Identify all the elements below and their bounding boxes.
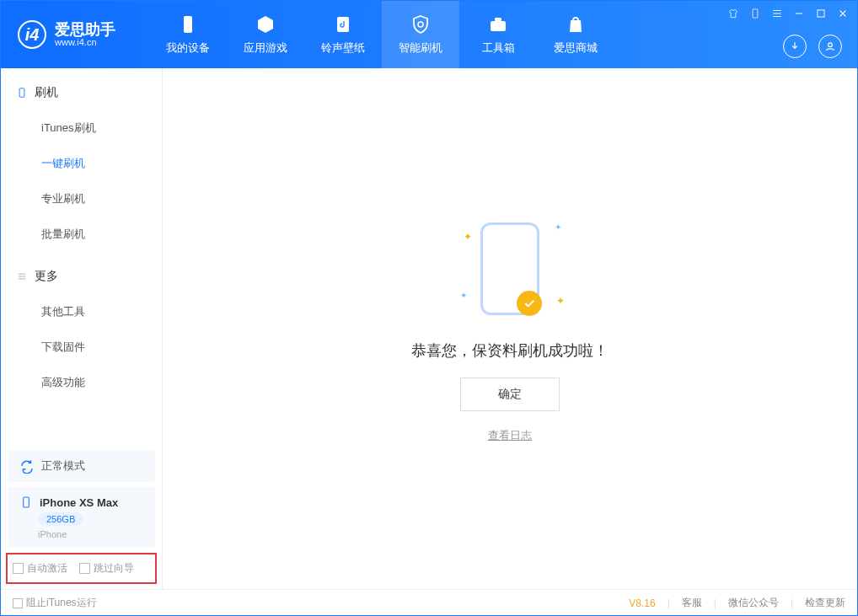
sidebar-item-download-firmware[interactable]: 下载固件 [1,329,162,365]
sidebar-item-batch-flash[interactable]: 批量刷机 [1,217,162,252]
highlighted-options: 自动激活 跳过向导 [6,553,157,584]
svg-rect-2 [491,21,506,31]
phone-icon[interactable] [749,8,761,19]
device-type: iPhone [38,529,67,539]
mode-status[interactable]: 正常模式 [8,450,155,482]
svg-rect-0 [184,16,192,33]
phone-device-icon [19,495,33,509]
footer-link-check-update[interactable]: 检查更新 [805,596,845,610]
ok-button[interactable]: 确定 [460,378,560,411]
svg-rect-4 [753,9,758,19]
tab-ringtones-wallpapers[interactable]: 铃声壁纸 [304,1,382,68]
sidebar-item-oneclick-flash[interactable]: 一键刷机 [1,146,162,181]
svg-rect-7 [19,88,24,98]
footer-link-support[interactable]: 客服 [682,596,702,610]
minimize-icon[interactable] [793,8,805,19]
sidebar-item-advanced[interactable]: 高级功能 [1,365,162,400]
shopping-bag-icon [565,13,587,35]
menu-icon[interactable] [771,8,783,19]
logo-icon: i4 [18,20,46,49]
svg-rect-8 [24,497,29,507]
device-icon [177,13,199,35]
user-icon[interactable] [818,35,842,58]
download-icon[interactable] [783,35,807,58]
svg-rect-3 [495,18,501,21]
success-illustration: ✦ ✦ ✦ ✦ [455,214,565,324]
sidebar-item-itunes-flash[interactable]: iTunes刷机 [1,110,162,146]
checkbox-block-itunes[interactable]: 阻止iTunes运行 [13,596,97,610]
view-log-link[interactable]: 查看日志 [488,428,532,443]
shield-refresh-icon [410,13,432,35]
sidebar-section-more: 更多 [1,264,162,294]
toolbox-icon [487,13,509,35]
cube-icon [255,13,276,35]
tab-apps-games[interactable]: 应用游戏 [227,1,304,68]
storage-badge: 256GB [38,512,83,526]
footer-link-wechat[interactable]: 微信公众号 [728,596,779,610]
version-label: V8.16 [629,597,655,609]
checkbox-skip-guide[interactable]: 跳过向导 [79,561,134,576]
success-message: 恭喜您，保资料刷机成功啦！ [411,340,609,361]
main-content: ✦ ✦ ✦ ✦ 恭喜您，保资料刷机成功啦！ 确定 查看日志 [163,68,857,589]
maximize-icon[interactable] [815,8,827,19]
refresh-icon [19,458,35,474]
phone-outline-icon [16,87,28,99]
logo[interactable]: i4 爱思助手 www.i4.cn [1,20,132,49]
app-url: www.i4.cn [55,37,115,47]
list-icon [16,271,28,282]
shirt-icon[interactable] [727,8,739,19]
sidebar-section-flash: 刷机 [1,80,162,110]
music-file-icon [332,13,354,35]
sidebar: 刷机 iTunes刷机 一键刷机 专业刷机 批量刷机 更多 其他工具 下载固件 … [1,68,163,589]
app-name: 爱思助手 [55,22,115,37]
sidebar-item-other-tools[interactable]: 其他工具 [1,294,162,329]
sidebar-item-pro-flash[interactable]: 专业刷机 [1,181,162,217]
footer: 阻止iTunes运行 V8.16 | 客服 | 微信公众号 | 检查更新 [1,589,857,616]
check-badge-icon [517,291,542,316]
svg-point-6 [829,43,833,47]
tab-store[interactable]: 爱思商城 [537,1,614,68]
device-info[interactable]: iPhone XS Max 256GB iPhone [8,487,155,548]
tab-smart-flash[interactable]: 智能刷机 [382,1,459,68]
svg-rect-5 [818,10,824,17]
tab-toolbox[interactable]: 工具箱 [459,1,537,68]
checkbox-auto-activate[interactable]: 自动激活 [13,561,67,576]
svg-rect-1 [337,17,349,32]
close-icon[interactable] [837,8,849,19]
tab-my-device[interactable]: 我的设备 [149,1,227,68]
header: i4 爱思助手 www.i4.cn 我的设备 应用游戏 铃声壁纸 智能刷机 工具… [1,1,857,68]
